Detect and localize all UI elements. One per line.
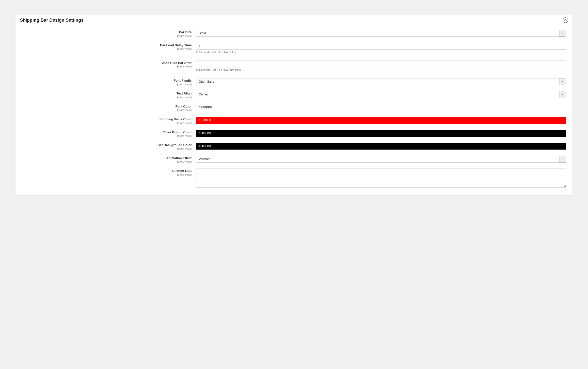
field-scope: [store view] bbox=[22, 160, 192, 164]
panel-body: Bar Size [store view] Small Bar Load Del… bbox=[16, 24, 572, 195]
field-label: Bar Background Color bbox=[22, 143, 192, 147]
select-display: Open Sans bbox=[196, 78, 559, 85]
field-row-animation-effect: Animation Effect [store view] Vanishin bbox=[22, 156, 566, 164]
field-note: In Seconds. Set 0 For No Auto Hide bbox=[196, 68, 566, 71]
auto-hide-bar-after-input[interactable] bbox=[196, 61, 566, 67]
select-display: Center bbox=[196, 91, 559, 98]
field-label: Bar Load Delay Time bbox=[22, 43, 192, 47]
field-scope: [store view] bbox=[22, 173, 192, 177]
settings-panel: Shipping Bar Design Settings Bar Size [s… bbox=[15, 14, 573, 196]
font-family-select[interactable]: Open Sans bbox=[196, 78, 566, 85]
chevron-up-icon bbox=[564, 18, 567, 22]
collapse-toggle-button[interactable] bbox=[563, 17, 568, 23]
field-input-col: In Seconds. Set 0 For No Auto Hide bbox=[196, 61, 566, 71]
field-label: Custom CSS bbox=[22, 169, 192, 173]
field-row-bar-load-delay-time: Bar Load Delay Time [store view] In Seco… bbox=[22, 43, 566, 54]
field-label-col: Font Color [store view] bbox=[22, 104, 196, 112]
field-scope: [store view] bbox=[22, 147, 192, 151]
select-display: Vanishin bbox=[196, 156, 559, 163]
field-scope: [store view] bbox=[22, 82, 192, 86]
field-input-col: Small bbox=[196, 30, 566, 37]
field-label: Font Color bbox=[22, 105, 192, 108]
field-input-col bbox=[196, 169, 566, 188]
field-row-bar-background-color: Bar Background Color [store view] #00000… bbox=[22, 143, 566, 151]
field-row-close-button-color: Close Button Color [store view] #000000 bbox=[22, 130, 566, 138]
field-label-col: Bar Load Delay Time [store view] bbox=[22, 43, 196, 51]
caret-down-icon bbox=[559, 78, 566, 85]
field-label: Text Align bbox=[22, 92, 192, 95]
field-label-col: Animation Effect [store view] bbox=[22, 156, 196, 164]
field-row-auto-hide-bar-after: Auto Hide Bar After [store view] In Seco… bbox=[22, 61, 566, 71]
font-color-input[interactable]: #FFFFFF bbox=[196, 104, 566, 111]
bar-size-select[interactable]: Small bbox=[196, 30, 566, 37]
shipping-value-color-input[interactable]: #FF0000 bbox=[196, 117, 566, 124]
panel-header: Shipping Bar Design Settings bbox=[16, 15, 572, 24]
caret-down-icon bbox=[559, 91, 566, 98]
field-row-text-align: Text Align [store view] Center bbox=[22, 91, 566, 99]
field-label: Bar Size bbox=[22, 30, 192, 34]
field-scope: [store view] bbox=[22, 47, 192, 51]
field-scope: [store view] bbox=[22, 95, 192, 99]
field-row-shipping-value-color: Shipping Value Color [store view] #FF000… bbox=[22, 117, 566, 125]
field-label: Animation Effect bbox=[22, 156, 192, 160]
field-row-custom-css: Custom CSS [store view] bbox=[22, 169, 566, 188]
field-input-col: Center bbox=[196, 91, 566, 98]
field-scope: [store view] bbox=[22, 65, 192, 68]
custom-css-textarea[interactable] bbox=[196, 169, 566, 188]
field-label-col: Font Family [store view] bbox=[22, 78, 196, 86]
field-scope: [store view] bbox=[22, 34, 192, 38]
field-note: In Seconds. Set 0 For No Delay bbox=[196, 51, 566, 54]
caret-down-icon bbox=[559, 156, 566, 163]
caret-down-icon bbox=[559, 30, 566, 37]
field-scope: [store view] bbox=[22, 108, 192, 112]
field-label: Shipping Value Color bbox=[22, 117, 192, 121]
animation-effect-select[interactable]: Vanishin bbox=[196, 156, 566, 163]
panel-title: Shipping Bar Design Settings bbox=[20, 18, 84, 23]
bar-load-delay-time-input[interactable] bbox=[196, 43, 566, 50]
field-input-col: Vanishin bbox=[196, 156, 566, 163]
field-label: Auto Hide Bar After bbox=[22, 61, 192, 65]
text-align-select[interactable]: Center bbox=[196, 91, 566, 98]
field-label-col: Bar Size [store view] bbox=[22, 30, 196, 38]
field-row-bar-size: Bar Size [store view] Small bbox=[22, 30, 566, 38]
field-scope: [store view] bbox=[22, 121, 192, 125]
field-label: Close Button Color bbox=[22, 130, 192, 134]
field-input-col: #FF0000 bbox=[196, 117, 566, 124]
field-input-col: In Seconds. Set 0 For No Delay bbox=[196, 43, 566, 54]
field-label-col: Auto Hide Bar After [store view] bbox=[22, 61, 196, 69]
bar-background-color-input[interactable]: #000000 bbox=[196, 143, 566, 150]
field-input-col: Open Sans bbox=[196, 78, 566, 85]
field-input-col: #FFFFFF bbox=[196, 104, 566, 111]
field-label: Font Family bbox=[22, 79, 192, 83]
field-scope: [store view] bbox=[22, 134, 192, 138]
field-label-col: Shipping Value Color [store view] bbox=[22, 117, 196, 125]
field-input-col: #000000 bbox=[196, 143, 566, 150]
select-display: Small bbox=[196, 30, 559, 37]
field-label-col: Close Button Color [store view] bbox=[22, 130, 196, 138]
field-row-font-color: Font Color [store view] #FFFFFF bbox=[22, 104, 566, 112]
field-label-col: Bar Background Color [store view] bbox=[22, 143, 196, 151]
field-label-col: Custom CSS [store view] bbox=[22, 169, 196, 177]
field-label-col: Text Align [store view] bbox=[22, 91, 196, 99]
close-button-color-input[interactable]: #000000 bbox=[196, 130, 566, 137]
field-row-font-family: Font Family [store view] Open Sans bbox=[22, 78, 566, 86]
field-input-col: #000000 bbox=[196, 130, 566, 137]
